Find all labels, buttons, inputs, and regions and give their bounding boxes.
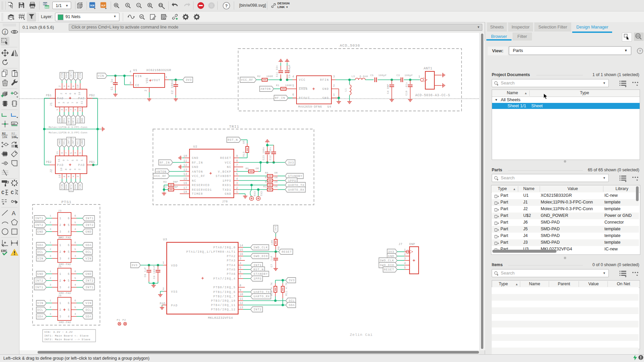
svg-text:PTB0/IRQ_5: PTB0/IRQ_5	[213, 286, 236, 289]
svg-text:10k: 10k	[2, 136, 7, 139]
svg-text:GND: GND	[86, 230, 92, 234]
svg-text:AB: AB	[12, 122, 15, 125]
svg-text:5: 5	[66, 102, 69, 103]
svg-text:3V3: 3V3	[274, 226, 277, 231]
svg-text:6: 6	[292, 93, 294, 97]
svg-text:8: 8	[73, 93, 76, 94]
svg-text:5: 5	[68, 308, 70, 312]
svg-text:C7 .1uF: C7 .1uF	[270, 255, 273, 267]
svg-text:6.8nH: 6.8nH	[360, 75, 368, 78]
svg-text:R10 4.7K: R10 4.7K	[270, 282, 273, 296]
svg-text:8: 8	[239, 284, 241, 287]
svg-text:PTA3: PTA3	[227, 259, 236, 262]
svg-text:2: 2	[236, 186, 238, 190]
svg-text:ANTON: ANTON	[192, 170, 203, 174]
svg-text:6: 6	[74, 215, 76, 217]
svg-text:PAD: PAD	[78, 97, 85, 100]
svg-text:U4: U4	[327, 105, 331, 109]
svg-text:C12 100u: C12 100u	[269, 147, 272, 160]
svg-text:SCL: SCL	[86, 308, 92, 312]
svg-text:2: 2	[78, 168, 81, 170]
svg-text:2: 2	[76, 175, 79, 177]
svg-text:INT2: Main Board --> Slave: INT2: Main Board --> Slave	[44, 338, 91, 341]
svg-text:1: 1	[50, 241, 51, 244]
svg-text:J2: J2	[50, 169, 53, 173]
svg-text:INT1: INT1	[72, 138, 74, 144]
svg-text:SCL: SCL	[63, 118, 65, 123]
svg-text:5: 5	[239, 266, 241, 269]
svg-text:R3: R3	[163, 181, 167, 183]
svg-text:R6: R6	[265, 172, 268, 174]
svg-text:J4: J4	[58, 236, 62, 239]
svg-text:4: 4	[72, 175, 75, 177]
svg-text:3: 3	[236, 182, 238, 185]
svg-text:6: 6	[236, 168, 238, 172]
svg-text:INT2: INT2	[86, 224, 94, 227]
svg-text:15: 15	[239, 248, 243, 252]
svg-text:4: 4	[74, 228, 76, 231]
svg-text:RXD1: RXD1	[222, 184, 231, 187]
svg-text:L3: L3	[352, 75, 355, 78]
svg-text:RF_IN: RF_IN	[160, 161, 170, 165]
svg-text:17: 17	[183, 186, 187, 190]
svg-text:A: A	[12, 210, 16, 217]
svg-text:VCC_RF: VCC_RF	[192, 175, 205, 178]
svg-text:2: 2	[59, 250, 61, 254]
svg-text:PTA5: PTA5	[227, 268, 236, 272]
svg-text:PAD: PAD	[171, 304, 178, 307]
svg-text:VIN: VIN	[37, 302, 43, 305]
svg-text:INT2: INT2	[254, 308, 262, 311]
svg-text:J5: J5	[58, 265, 62, 268]
svg-text:1: 1	[333, 93, 335, 97]
svg-text:INT2: INT2	[86, 279, 94, 283]
svg-text:PTB5/IRQ_12: PTB5/IRQ_12	[211, 308, 236, 311]
svg-text:SCH: SCH	[43, 3, 47, 5]
svg-text:TIMER: TIMER	[192, 192, 203, 196]
svg-text:14: 14	[183, 173, 187, 176]
svg-text:INT2: INT2	[67, 118, 70, 124]
svg-text:R2: R2	[257, 75, 261, 78]
svg-text:NC: NC	[227, 166, 231, 169]
svg-text:P2: P2	[122, 318, 126, 321]
svg-text:J6: J6	[58, 294, 62, 297]
svg-text:4: 4	[68, 230, 70, 234]
svg-text:4: 4	[68, 315, 70, 318]
svg-text:1: 1	[50, 299, 51, 302]
svg-text:GND: GND	[81, 118, 84, 123]
svg-text:9: 9	[236, 155, 238, 158]
svg-text:C10 .01u: C10 .01u	[405, 82, 408, 96]
svg-text:3V3: 3V3	[288, 161, 294, 165]
svg-text:VIN: 3.3V ~ 4.2V: VIN: 3.3V ~ 4.2V	[44, 330, 73, 334]
svg-text:PTA6: PTA6	[227, 273, 236, 276]
svg-text:MAX2659-DFN6: MAX2659-DFN6	[298, 105, 322, 109]
svg-text:1PPS: 1PPS	[288, 179, 296, 183]
svg-text:PTA2: PTA2	[227, 255, 236, 258]
svg-text:13: 13	[183, 168, 187, 172]
svg-text:5: 5	[74, 221, 76, 224]
svg-text:BRD: BRD	[45, 6, 49, 9]
svg-text:GND: GND	[58, 139, 61, 144]
svg-text:SCL: SCL	[37, 250, 43, 254]
svg-text:4: 4	[74, 255, 76, 257]
svg-text:RESERVED1: RESERVED1	[192, 188, 212, 192]
svg-text:5: 5	[69, 152, 72, 154]
svg-text:6: 6	[239, 270, 241, 274]
svg-text:i: i	[4, 30, 6, 35]
svg-text:RESET: RESET	[282, 250, 292, 254]
svg-text:1: 1	[418, 75, 420, 78]
svg-text:INT1: INT1	[67, 138, 70, 144]
svg-text:1: 1	[162, 261, 164, 264]
svg-text:?: ?	[225, 4, 228, 9]
svg-text:6: 6	[67, 175, 70, 177]
svg-text:R7: R7	[265, 176, 268, 179]
svg-text:5: 5	[292, 84, 294, 87]
svg-text:4: 4	[239, 262, 241, 265]
svg-text:RFOUT: RFOUT	[299, 97, 310, 100]
svg-text:SHDN: SHDN	[299, 87, 308, 91]
svg-text:MKL02Z32VFG4: MKL02Z32VFG4	[208, 316, 233, 320]
svg-text:10: 10	[58, 175, 61, 178]
svg-text:INT1: INT1	[35, 217, 43, 220]
svg-text:SDA: SDA	[86, 244, 92, 247]
svg-text:ULP: ULP	[101, 4, 106, 7]
svg-text:UARTO_RX: UARTO_RX	[254, 295, 270, 298]
